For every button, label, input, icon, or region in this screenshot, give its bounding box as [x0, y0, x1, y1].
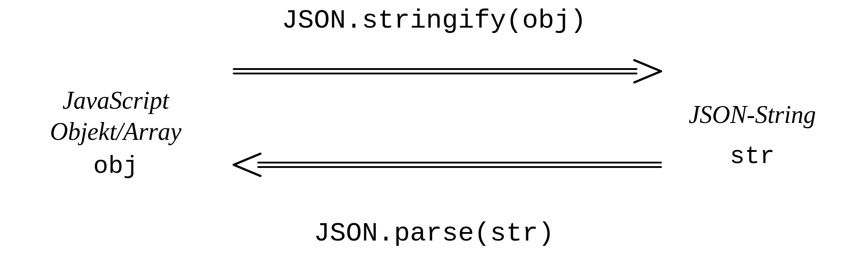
left-line3: obj	[18, 151, 214, 182]
left-line2: Objekt/Array	[18, 116, 214, 147]
arrow-left-icon	[231, 151, 663, 178]
right-line2: str	[663, 140, 841, 174]
right-node: JSON-String str	[663, 98, 841, 173]
left-line1: JavaScript	[18, 85, 214, 116]
right-line1: JSON-String	[663, 98, 841, 132]
left-node: JavaScript Objekt/Array obj	[18, 85, 214, 182]
parse-label: JSON.parse(str)	[0, 218, 868, 249]
arrow-right-icon	[231, 58, 663, 85]
stringify-label: JSON.stringify(obj)	[0, 5, 868, 36]
